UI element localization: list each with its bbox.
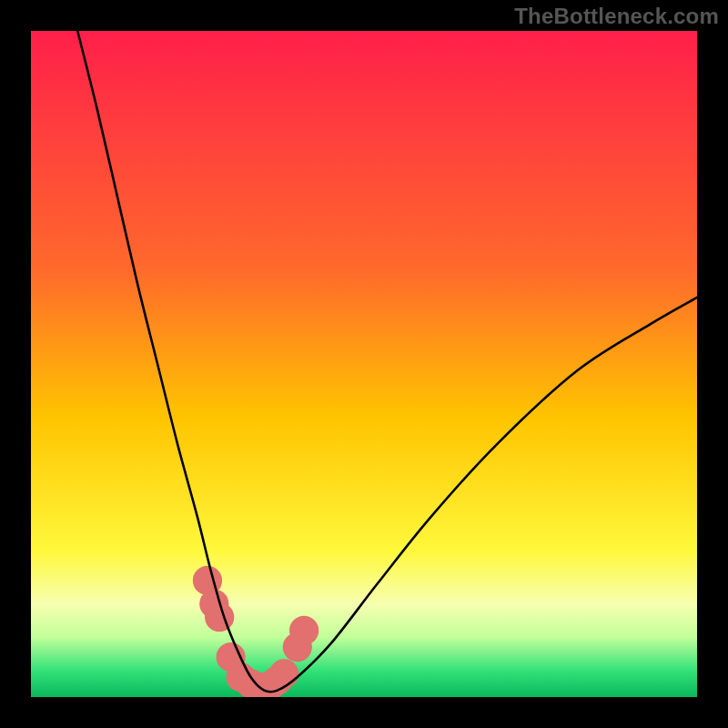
chart-frame: TheBottleneck.com [0,0,728,728]
marker-dot [289,616,318,645]
bottleneck-curve [77,31,697,692]
marker-dot [269,659,298,688]
plot-area [31,31,697,697]
marker-dot [205,602,234,632]
highlight-markers [193,566,318,697]
curve-layer [31,31,697,697]
watermark-label: TheBottleneck.com [514,4,719,29]
